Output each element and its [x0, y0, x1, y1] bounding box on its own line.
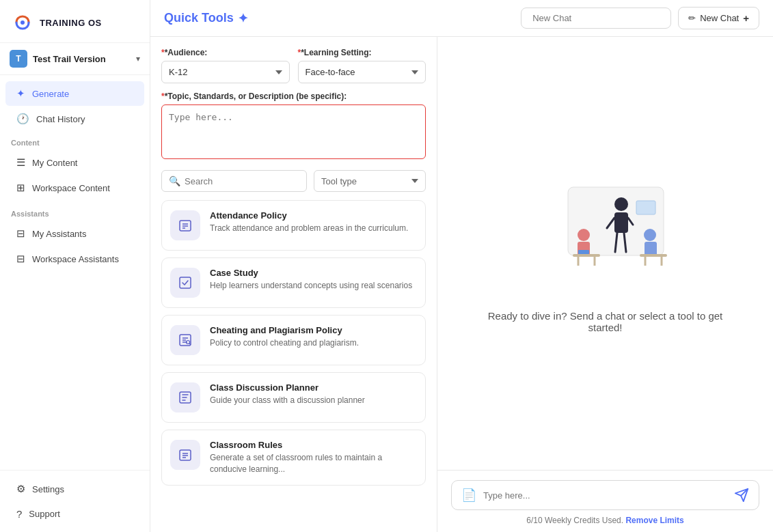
new-chat-search-input[interactable]	[521, 8, 671, 29]
sidebar-item-workspace-assistants[interactable]: ⊟ Workspace Assistants	[5, 247, 144, 271]
sidebar-item-support[interactable]: ? Support	[5, 502, 144, 526]
tool-card-attendance-policy[interactable]: Attendance Policy Track attendance and p…	[161, 200, 426, 251]
audience-learning-row: **Audience: K-12 Higher Ed Corporate **L…	[161, 48, 426, 83]
new-chat-button[interactable]: ✏ New Chat +	[678, 7, 759, 29]
sidebar-item-my-content[interactable]: ☰ My Content	[5, 150, 144, 175]
svg-rect-28	[573, 254, 600, 257]
sidebar-item-label: Generate	[32, 89, 69, 99]
svg-rect-25	[636, 201, 655, 214]
sidebar-item-label: Support	[29, 509, 60, 519]
chat-illustration	[530, 173, 681, 296]
topbar-right: ✏ New Chat +	[521, 7, 759, 29]
svg-point-31	[644, 229, 656, 241]
tool-card-case-study[interactable]: Case Study Help learners understand conc…	[161, 257, 426, 308]
svg-rect-33	[640, 254, 667, 257]
audience-label: **Audience:	[161, 48, 290, 57]
sidebar-item-workspace-content[interactable]: ⊞ Workspace Content	[5, 176, 144, 200]
tool-desc: Track attendance and problem areas in th…	[210, 223, 417, 234]
generate-icon: ✦	[16, 87, 25, 100]
chat-empty-text: Ready to dive in? Send a chat or select …	[476, 310, 735, 333]
sidebar-item-generate[interactable]: ✦ Generate	[5, 81, 144, 106]
my-content-icon: ☰	[16, 156, 25, 169]
chat-footer: 📄 6/10 Weekly Credits Used. Remove Limit…	[437, 470, 773, 532]
tool-name: Attendance Policy	[210, 210, 417, 221]
sidebar-item-label: Workspace Assistants	[32, 254, 119, 264]
svg-rect-36	[578, 250, 589, 254]
tool-card-classroom-rules[interactable]: Classroom Rules Generate a set of classr…	[161, 430, 426, 486]
tool-desc: Guide your class with a discussion plann…	[210, 395, 417, 406]
sidebar-nav: ✦ Generate 🕐 Chat History Content ☰ My C…	[0, 75, 150, 470]
page-title-text: Quick Tools	[164, 11, 234, 25]
search-icon: 🔍	[169, 176, 180, 186]
sidebar: TRAINING OS T Test Trail Version ▾ ✦ Gen…	[0, 0, 150, 532]
content-section-label: Content	[0, 132, 150, 150]
workspace-avatar: T	[10, 50, 27, 68]
edit-icon: ✏	[688, 13, 696, 23]
search-filter-row: 🔍 Tool type	[161, 170, 426, 192]
tool-name: Classroom Rules	[210, 440, 417, 450]
page-title: Quick Tools ✦	[164, 11, 248, 26]
chat-history-icon: 🕐	[16, 113, 29, 125]
chat-body: Ready to dive in? Send a chat or select …	[437, 37, 773, 470]
sidebar-item-label: Workspace Content	[32, 183, 110, 193]
sidebar-item-settings[interactable]: ⚙ Settings	[5, 477, 144, 501]
tool-name: Case Study	[210, 268, 417, 278]
assistants-section-label: Assistants	[0, 203, 150, 221]
send-icon	[734, 488, 749, 503]
tool-name: Cheating and Plagiarism Policy	[210, 325, 417, 335]
audience-group: **Audience: K-12 Higher Ed Corporate	[161, 48, 290, 83]
tool-icon-attendance	[170, 210, 200, 240]
topic-group: **Topic, Standards, or Description (be s…	[161, 92, 426, 162]
svg-rect-20	[614, 212, 628, 233]
svg-point-1	[21, 20, 25, 25]
tool-desc: Help learners understand concepts using …	[210, 280, 417, 292]
topic-label: **Topic, Standards, or Description (be s…	[161, 92, 426, 101]
svg-rect-6	[180, 277, 191, 288]
sidebar-item-label: My Assistants	[32, 229, 86, 239]
svg-point-26	[578, 229, 590, 241]
sidebar-item-chat-history[interactable]: 🕐 Chat History	[5, 107, 144, 131]
tool-desc: Generate a set of classroom rules to mai…	[210, 452, 417, 475]
content-area: **Audience: K-12 Higher Ed Corporate **L…	[150, 37, 773, 532]
topic-textarea[interactable]	[161, 104, 426, 159]
tool-type-filter[interactable]: Tool type	[314, 170, 426, 192]
sidebar-item-label: My Content	[32, 158, 77, 168]
search-input[interactable]	[185, 176, 299, 186]
support-icon: ?	[16, 508, 22, 520]
my-assistants-icon: ⊟	[16, 227, 25, 240]
logo-icon	[11, 11, 34, 34]
chat-panel: Ready to dive in? Send a chat or select …	[437, 37, 773, 532]
sidebar-item-my-assistants[interactable]: ⊟ My Assistants	[5, 221, 144, 246]
tool-icon-case-study	[170, 268, 200, 298]
tools-panel: **Audience: K-12 Higher Ed Corporate **L…	[150, 37, 437, 532]
file-upload-icon[interactable]: 📄	[461, 488, 476, 503]
tool-card-class-discussion[interactable]: Class Discussion Planner Guide your clas…	[161, 372, 426, 423]
tools-list: Attendance Policy Track attendance and p…	[161, 200, 426, 532]
workspace-selector[interactable]: T Test Trail Version ▾	[0, 43, 150, 75]
new-chat-button-label: New Chat	[700, 13, 739, 23]
audience-select[interactable]: K-12 Higher Ed Corporate	[161, 61, 290, 83]
send-button[interactable]	[734, 488, 749, 503]
sparkle-icon: ✦	[238, 11, 248, 26]
workspace-name: Test Trail Version	[33, 54, 131, 64]
chat-input-wrap: 📄	[451, 480, 759, 510]
remove-limits-link[interactable]: Remove Limits	[625, 516, 683, 525]
tool-card-cheating-plagiarism[interactable]: Cheating and Plagiarism Policy Policy to…	[161, 315, 426, 365]
chevron-down-icon: ▾	[136, 54, 140, 64]
topbar: Quick Tools ✦ ✏ New Chat +	[150, 0, 773, 37]
chat-input[interactable]	[483, 490, 727, 501]
credits-text: 6/10 Weekly Credits Used. Remove Limits	[451, 516, 759, 525]
main-area: Quick Tools ✦ ✏ New Chat + **Audience: K…	[150, 0, 773, 532]
sidebar-item-label: Chat History	[36, 114, 85, 124]
search-box: 🔍	[161, 170, 307, 192]
learning-setting-select[interactable]: Face-to-face Online Hybrid	[298, 61, 426, 83]
tool-name: Class Discussion Planner	[210, 382, 417, 393]
settings-icon: ⚙	[16, 483, 25, 495]
plus-icon: +	[743, 12, 749, 24]
workspace-content-icon: ⊞	[16, 182, 25, 194]
learning-setting-label: **Learning Setting:	[298, 48, 426, 57]
sidebar-item-label: Settings	[32, 484, 64, 494]
tool-icon-discussion	[170, 382, 200, 412]
workspace-assistants-icon: ⊟	[16, 253, 25, 265]
tool-icon-classroom-rules	[170, 440, 200, 470]
